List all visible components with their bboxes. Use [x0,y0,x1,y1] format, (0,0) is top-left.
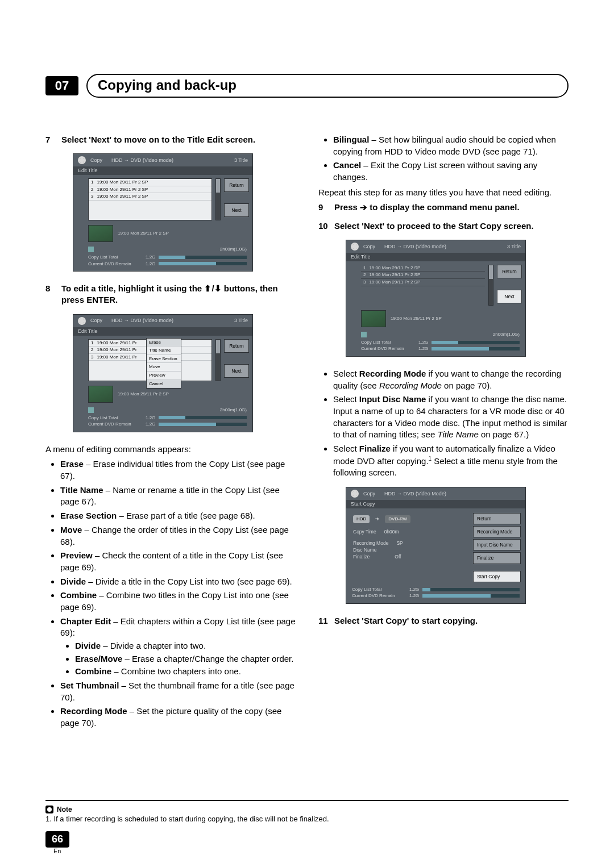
sub-item: Divide – Divide a chapter into two. [75,640,296,652]
next-button[interactable]: Next [497,290,522,303]
osd-edit-title-popup: Copy HDD → DVD (Video mode) 3 Title Edit… [73,314,253,432]
popup-item[interactable]: Cancel [147,380,181,389]
arrow-up-icon [204,283,211,293]
preview-thumbnail [88,225,113,242]
step-text: To edit a title, highlight it using the … [61,283,296,306]
step-number: 7 [45,134,56,145]
note-heading: Note [45,806,569,813]
preview-duration: 2h00m(1.0G) [220,247,247,252]
stop-icon [361,332,367,337]
step-number: 9 [318,202,329,213]
list-item: Recording Mode – Set the picture quality… [60,706,296,729]
osd-subhead: Edit Title [73,166,252,175]
disc-icon [351,490,359,498]
list-item: Move – Change the order of titles in the… [60,524,296,548]
list-item: Combine – Combine two titles in the Copy… [60,590,296,613]
list-item: Cancel – Exit the Copy List screen witho… [333,160,569,183]
menu-recmode[interactable]: Recording Mode [473,526,521,537]
page-number: 66 [45,831,69,848]
popup-item[interactable]: Title Name [147,347,181,355]
list-item: Select Input Disc Name if you want to ch… [333,394,569,441]
arrow-down-icon [214,283,222,293]
osd-title-count: 3 Title [234,157,248,164]
disc-icon [78,156,86,164]
disc-icon [351,243,359,251]
chapter-title: Copying and back-up [86,74,569,98]
bar-remain [159,262,247,265]
list-item: Chapter Edit – Edit chapters within a Co… [60,616,296,678]
edit-popup: Erase Title Name Erase Section Move Prev… [146,338,181,389]
note-icon [45,806,53,813]
return-button[interactable]: Return [224,178,249,192]
list-item: Erase – Erase individual titles from the… [60,458,296,482]
footnote-text: 1. If a timer recording is scheduled to … [45,815,569,823]
bar-value: 1.2G [146,261,155,267]
step-text: Select 'Next' to proceed to the Start Co… [334,220,569,232]
popup-item[interactable]: Move [147,363,181,372]
osd-edit-title: Copy HDD → DVD (Video mode) 3 Title Edit… [73,153,253,272]
step-text: Press to display the command menu panel. [334,202,569,213]
footnote-rule [45,800,569,801]
list-item: Bilingual – Set how bilingual audio shou… [333,134,569,157]
bar-label: Copy List Total [88,254,142,260]
next-button[interactable]: Next [224,203,249,217]
preview-thumbnail [88,386,113,403]
menu-inputdisc[interactable]: Input Disc Name [473,539,521,550]
next-button[interactable]: Next [224,364,249,378]
list-item: Select Finalize if you want to automatic… [333,443,569,479]
stop-icon [88,247,94,252]
preview-meta: 19:00 Mon 29/11 Pr 2 SP [118,231,169,236]
sub-item: Erase/Move – Erase a chapter/Change the … [75,653,296,665]
hdd-chip: HDD [353,515,370,523]
step-number: 8 [45,283,56,306]
arrow-right-icon [375,516,379,522]
title-list: 119:00 Mon 29/11 Pr 2 SP 219:00 Mon 29/1… [361,265,485,306]
paragraph: A menu of editing commands appears: [45,444,296,456]
bar-value: 1.2G [146,254,155,260]
scrollbar [215,339,221,381]
popup-item[interactable]: Preview [147,372,181,380]
dvdrw-chip: DVD-RW [385,515,410,523]
return-button[interactable]: Return [497,265,522,278]
step-text: Select 'Next' to move on to the Title Ed… [61,134,296,145]
chapter-badge: 07 [45,76,78,95]
list-item: Erase Section – Erase part of a title (s… [60,510,296,522]
paragraph: Repeat this step for as many titles you … [318,187,569,199]
osd-copy-label: Copy [90,157,102,164]
sub-item: Combine – Combine two chapters into one. [75,666,296,678]
popup-item[interactable]: Erase Section [147,355,181,364]
title-list: 119:00 Mon 29/11 Pr 2 SP 219:00 Mon 29/1… [88,178,212,220]
list-item: Divide – Divide a title in the Copy List… [60,576,296,588]
step-number: 10 [318,220,329,232]
list-item: Preview – Check the content of a title i… [60,550,296,573]
osd-edit-title-right: Copy HDD → DVD (Video mode) 3 Title Edit… [346,240,526,357]
preview-thumbnail [361,310,386,327]
disc-icon [78,317,86,325]
scrollbar [215,178,221,220]
return-button[interactable]: Return [224,339,249,353]
step-number: 11 [318,615,329,627]
osd-mode: HDD → DVD (Video mode) [111,157,173,164]
osd-start-copy: Copy HDD → DVD (Video Mode) Start Copy H… [346,487,526,604]
list-item: Set Thumbnail – Set the thumbnail frame … [60,680,296,703]
menu-return[interactable]: Return [473,513,521,524]
step-text: Select 'Start Copy' to start copying. [334,615,569,627]
page-lang: En [53,848,569,854]
bar-total [159,256,247,259]
list-item: Title Name – Name or rename a title in t… [60,485,296,508]
menu-startcopy[interactable]: Start Copy [473,571,521,582]
menu-finalize[interactable]: Finalize [473,552,521,564]
scrollbar [488,265,493,306]
bar-label: Current DVD Remain [88,261,142,267]
arrow-right-icon [360,202,367,212]
stop-icon [88,407,94,413]
popup-item[interactable]: Erase [147,339,181,347]
section-header: 07 Copying and back-up [45,74,569,98]
list-item: Select Recording Mode if you want to cha… [333,368,569,391]
